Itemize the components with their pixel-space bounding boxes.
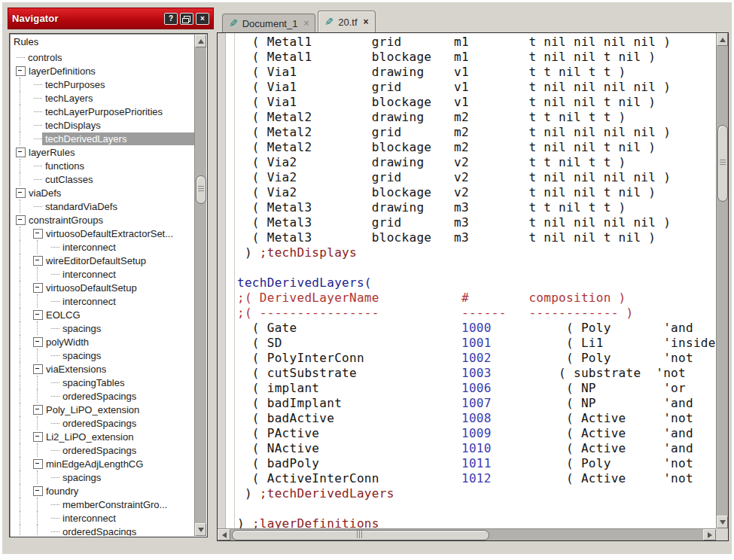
editor-scroll-right-button[interactable]	[703, 529, 716, 540]
tree-scroll-up-button[interactable]	[195, 35, 206, 47]
tree-item-li2-lipo-extension[interactable]: Li2_LiPO_extension	[11, 430, 194, 443]
application-window: Navigator ? × Rules controlslayerDefinit…	[2, 2, 732, 554]
tree-item-orderedspacings[interactable]: orderedSpacings	[11, 443, 194, 457]
tree-item-constraintgroups[interactable]: constraintGroups	[11, 213, 194, 227]
tab-close-icon[interactable]: ×	[364, 17, 369, 27]
code-text: ( Metal1 blockage m1 t nil nil t nil )	[237, 50, 656, 64]
tree-branch-stub	[51, 247, 59, 248]
code-line: ( implant 1006 ( NP 'or	[237, 381, 716, 396]
editor-scroll-left-button[interactable]	[218, 529, 230, 540]
editor-hscrollbar-thumb[interactable]	[232, 530, 489, 540]
code-text: ( PolyInterConn	[237, 351, 461, 365]
code-text: )	[237, 486, 260, 501]
tree-item-techlayers[interactable]: techLayers	[11, 91, 194, 105]
editor-vscrollbar-thumb[interactable]	[717, 125, 728, 202]
editor-hscrollbar-track[interactable]	[230, 529, 703, 540]
tree-item-interconnect[interactable]: interconnect	[11, 240, 194, 254]
tree-item-label: cutClasses	[42, 173, 96, 186]
tree-item-wireeditordefaultsetup[interactable]: wireEditorDefaultSetup	[11, 254, 194, 267]
tree-branch-stub	[34, 84, 42, 85]
collapse-toggle-icon[interactable]	[33, 432, 43, 442]
code-line: ( Via1 blockage v1 t nil nil t nil )	[237, 95, 716, 110]
tree-item-layerdefinitions[interactable]: layerDefinitions	[11, 64, 194, 78]
tree-scrollbar-track[interactable]	[195, 47, 206, 523]
editor-scroll-up-button[interactable]	[717, 33, 728, 46]
tree-item-viadefs[interactable]: viaDefs	[11, 186, 194, 199]
tree-item-techdisplays[interactable]: techDisplays	[11, 118, 194, 132]
tree-item-viaextensions[interactable]: viaExtensions	[11, 362, 194, 376]
collapse-toggle-icon[interactable]	[33, 256, 43, 266]
tree-item-memberconstraintgro-[interactable]: memberConstraintGro...	[11, 498, 194, 511]
code-text: ( ActiveInterConn	[237, 471, 461, 485]
collapse-toggle-icon[interactable]	[16, 215, 26, 225]
tree-item-orderedspacings[interactable]: orderedSpacings	[11, 389, 194, 403]
tree-item-foundry[interactable]: foundry	[11, 484, 194, 498]
tab-close-icon[interactable]: ×	[303, 18, 309, 29]
code-line: ( Metal3 blockage m3 t nil nil t nil )	[237, 230, 716, 245]
collapse-toggle-icon[interactable]	[33, 283, 43, 293]
code-text: ( Gate	[237, 321, 461, 335]
tree-item-spacingtables[interactable]: spacingTables	[11, 376, 194, 389]
code-line: ( Via1 grid v1 t nil nil nil nil )	[237, 80, 716, 95]
collapse-toggle-icon[interactable]	[16, 188, 26, 198]
help-button[interactable]: ?	[164, 13, 178, 25]
tree-scrollbar-thumb[interactable]	[196, 175, 206, 204]
tree-item-standardviadefs[interactable]: standardViaDefs	[11, 199, 194, 213]
navigator-titlebar[interactable]: Navigator ? ×	[8, 8, 214, 29]
editor-vertical-scrollbar[interactable]	[716, 33, 728, 528]
code-area[interactable]: ( Metal1 grid m1 t nil nil nil nil ) ( M…	[237, 35, 716, 528]
tree-item-interconnect[interactable]: interconnect	[11, 511, 194, 525]
tree-item-virtuosodefaultsetup[interactable]: virtuosoDefaultSetup	[11, 281, 194, 294]
collapse-toggle-icon[interactable]	[33, 486, 43, 496]
tree-item-cutclasses[interactable]: cutClasses	[11, 172, 194, 186]
tree-item-virtuosodefaultextractorset-[interactable]: virtuosoDefaultExtractorSet...	[11, 227, 194, 240]
editor-vscrollbar-track[interactable]	[717, 46, 728, 516]
tree-item-functions[interactable]: functions	[11, 159, 194, 172]
tab-document-1[interactable]: ✎Document_1×	[222, 14, 315, 32]
tree-item-polywidth[interactable]: polyWidth	[11, 335, 194, 348]
tab-20-tf[interactable]: ✎20.tf×	[318, 11, 375, 32]
tree-item-orderedspacings[interactable]: orderedSpacings	[11, 416, 194, 430]
code-text: ( Via1 blockage v1 t nil nil t nil )	[237, 95, 656, 109]
tree-branch-stub	[51, 518, 59, 519]
tree-branch-stub	[51, 504, 59, 505]
tree-item-interconnect[interactable]: interconnect	[11, 267, 194, 281]
editor-horizontal-scrollbar[interactable]	[218, 528, 716, 540]
collapse-toggle-icon[interactable]	[33, 337, 43, 347]
tree-item-orderedspacings[interactable]: orderedSpacings	[11, 525, 194, 536]
close-button[interactable]: ×	[196, 13, 209, 25]
tree-item-poly-lipo-extension[interactable]: Poly_LiPO_extension	[11, 403, 194, 416]
collapse-toggle-icon[interactable]	[33, 364, 43, 374]
tree-item-controls[interactable]: controls	[11, 50, 194, 64]
collapse-toggle-icon[interactable]	[16, 66, 26, 76]
tree-item-techpurposes[interactable]: techPurposes	[11, 78, 194, 91]
tree-item-techderivedlayers[interactable]: techDerivedLayers	[11, 132, 194, 145]
editor-scroll-down-button[interactable]	[717, 516, 728, 528]
code-line: techDerivedLayers(	[237, 275, 716, 291]
tree-item-interconnect[interactable]: interconnect	[11, 294, 194, 308]
tree-scrollbar[interactable]	[194, 35, 206, 536]
code-text: ( Metal3 blockage m3 t nil nil t nil )	[237, 230, 656, 245]
tree-item-layerrules[interactable]: layerRules	[11, 145, 194, 159]
tree-branch-stub	[34, 166, 42, 166]
tree-item-spacings[interactable]: spacings	[11, 348, 194, 362]
tree-scroll-down-button[interactable]	[195, 523, 206, 536]
tree-item-minedgeadjlengthcg[interactable]: minEdgeAdjLengthCG	[11, 457, 194, 470]
tree-item-spacings[interactable]: spacings	[11, 321, 194, 335]
collapse-toggle-icon[interactable]	[33, 405, 43, 415]
tree-item-label: minEdgeAdjLengthCG	[43, 458, 146, 470]
tree-item-spacings[interactable]: spacings	[11, 470, 194, 484]
pencil-icon: ✎	[229, 18, 238, 29]
code-text: ( Via2 drawing v2 t t nil t t )	[237, 155, 626, 169]
code-line: ( Metal1 grid m1 t nil nil nil nil )	[237, 35, 716, 50]
collapse-toggle-icon[interactable]	[16, 148, 26, 157]
collapse-toggle-icon[interactable]	[33, 229, 43, 239]
tree-item-eolcg[interactable]: EOLCG	[11, 308, 194, 321]
tree-item-techlayerpurposepriorities[interactable]: techLayerPurposePriorities	[11, 105, 194, 118]
pencil-icon: ✎	[324, 17, 333, 27]
float-button[interactable]	[180, 13, 193, 25]
collapse-toggle-icon[interactable]	[33, 459, 43, 469]
tree-root-label[interactable]: Rules	[14, 36, 38, 47]
tree-guide-line	[20, 498, 33, 511]
collapse-toggle-icon[interactable]	[33, 310, 43, 320]
